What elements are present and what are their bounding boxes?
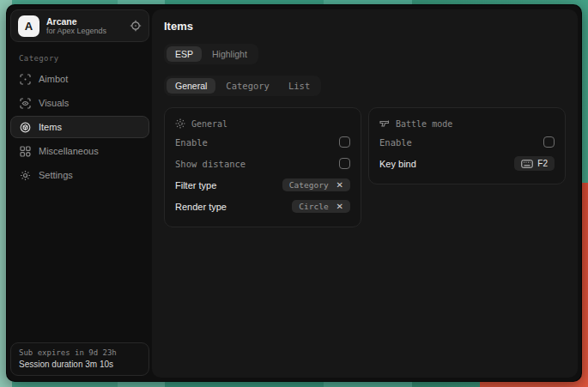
tab-highlight[interactable]: Highlight (203, 46, 256, 62)
sidebar-item-label: Aimbot (39, 74, 68, 84)
mode-tabbar: ESP Highlight (164, 44, 258, 64)
sidebar-spacer (7, 188, 153, 342)
package-icon (20, 122, 31, 133)
brand-text: Arcane for Apex Legends (46, 16, 123, 35)
sun-icon (175, 118, 185, 129)
sidebar-item-label: Miscellaneous (39, 146, 99, 156)
setting-row-enable: Enable (379, 131, 555, 153)
app-window: A Arcane for Apex Legends Category (6, 4, 582, 382)
view-tabs-row: General Category List (164, 76, 566, 96)
sidebar-item-visuals[interactable]: Visuals (10, 92, 149, 114)
setting-label: Key bind (379, 159, 416, 169)
clear-filter-type-icon[interactable]: ✕ (336, 180, 343, 190)
sidebar-item-aimbot[interactable]: Aimbot (10, 68, 149, 90)
setting-label: Filter type (175, 180, 216, 190)
gun-icon (379, 118, 390, 129)
setting-row-show-distance: Show distance (175, 153, 350, 174)
sidebar-item-items[interactable]: Items (10, 116, 149, 138)
tab-category[interactable]: Category (217, 78, 278, 94)
tab-list[interactable]: List (280, 78, 318, 94)
setting-row-key-bind: Key bind F2 (379, 153, 555, 174)
setting-label: Render type (175, 202, 227, 212)
filter-type-value: Category (289, 180, 329, 190)
setting-row-render-type: Render type Circle ✕ (175, 196, 350, 217)
tab-general[interactable]: General (167, 78, 215, 94)
clear-render-type-icon[interactable]: ✕ (336, 202, 343, 211)
main-content: Items ESP Highlight General Category Lis… (152, 9, 578, 378)
brand-subtitle: for Apex Legends (46, 27, 123, 35)
setting-row-filter-type: Filter type Category ✕ (175, 174, 350, 196)
sidebar-item-label: Visuals (39, 98, 69, 108)
brand-card: A Arcane for Apex Legends (10, 9, 149, 42)
setting-label: Enable (175, 137, 208, 148)
gear-icon (20, 170, 31, 181)
setting-row-enable: Enable (175, 131, 350, 153)
session-duration-text: Session duration 3m 10s (19, 360, 141, 369)
sidebar-item-label: Settings (39, 170, 73, 180)
panel-title: Battle mode (396, 119, 452, 129)
sidebar-item-label: Items (39, 122, 62, 132)
render-type-select[interactable]: Circle ✕ (292, 200, 350, 213)
panels-row: General Enable Show distance Filter type… (164, 107, 566, 227)
setting-label: Show distance (175, 159, 246, 169)
scan-crosshair-icon (20, 74, 31, 85)
sidebar: A Arcane for Apex Legends Category (7, 5, 153, 381)
sidebar-item-miscellaneous[interactable]: Miscellaneous (10, 140, 149, 162)
general-panel: General Enable Show distance Filter type… (164, 107, 361, 227)
grid-icon (20, 146, 31, 157)
keybind-value: F2 (537, 159, 548, 168)
keybind-button[interactable]: F2 (514, 156, 555, 171)
sub-expiry-text: Sub expires in 9d 23h (19, 348, 141, 357)
panel-title: General (191, 119, 227, 129)
brand-logo: A (18, 15, 39, 37)
battle-mode-panel-header: Battle mode (379, 116, 555, 131)
mode-tabs-row: ESP Highlight (164, 44, 566, 64)
render-type-value: Circle (299, 202, 328, 211)
setting-label: Enable (379, 137, 412, 148)
enable-checkbox[interactable] (339, 136, 350, 148)
brand-name: Arcane (46, 16, 123, 27)
view-tabbar: General Category List (164, 76, 321, 96)
crosshair-icon[interactable] (130, 20, 142, 32)
tab-esp[interactable]: ESP (167, 46, 202, 62)
keyboard-icon (521, 160, 533, 168)
page-title: Items (164, 20, 566, 33)
battle-mode-panel: Battle mode Enable Key bind (368, 107, 566, 184)
filter-type-select[interactable]: Category ✕ (282, 178, 350, 191)
sidebar-nav: Aimbot Visuals (7, 66, 153, 188)
general-panel-header: General (175, 116, 350, 131)
sidebar-item-settings[interactable]: Settings (10, 164, 149, 186)
battle-enable-checkbox[interactable] (543, 136, 555, 148)
subscription-card: Sub expires in 9d 23h Session duration 3… (10, 342, 149, 376)
show-distance-checkbox[interactable] (339, 158, 350, 169)
category-section-label: Category (19, 54, 153, 63)
eye-scan-icon (20, 98, 31, 109)
